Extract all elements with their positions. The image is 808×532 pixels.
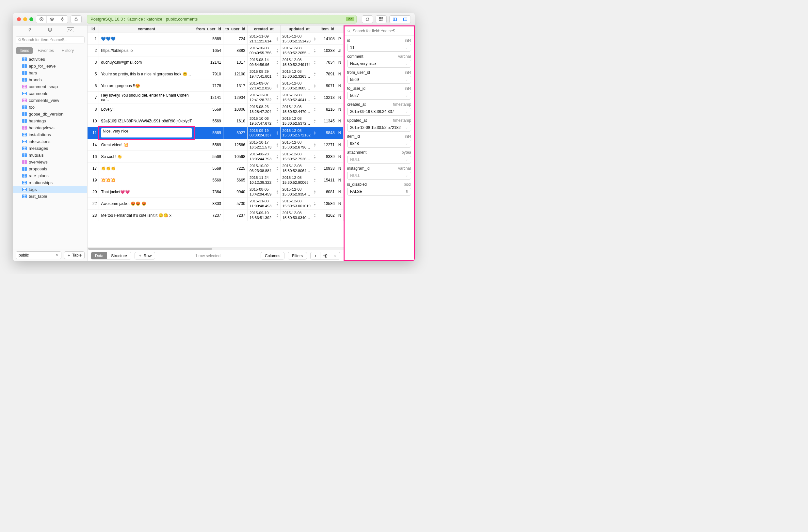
table-row[interactable]: 20That jacket💗💗736499402015-08-0513:42:0… <box>88 186 344 198</box>
data-grid[interactable]: idcommentfrom_user_idto_user_idcreated_a… <box>88 25 344 247</box>
stepper-icon[interactable]: ▴▾ <box>277 154 279 159</box>
to-user-cell[interactable]: 9940 <box>223 186 247 198</box>
field-input[interactable]: Nice, very nice⌄ <box>347 60 411 68</box>
stepper-icon[interactable]: ▴▾ <box>314 95 317 100</box>
item-id-cell[interactable]: 11345 <box>318 115 337 127</box>
horizontal-scrollbar[interactable] <box>88 247 344 250</box>
table-row[interactable]: 3duchuykun@gmail.com1214113172015-08-140… <box>88 56 344 68</box>
updated-at-cell[interactable]: 2015-12-0815:30:52.3685…▴▾ <box>280 80 318 92</box>
stepper-icon[interactable]: ▴▾ <box>314 166 317 171</box>
table-row[interactable]: 5You're so pretty, this is a nice ni gor… <box>88 68 344 80</box>
column-header-item_id[interactable]: item_id <box>318 25 337 33</box>
from-user-cell[interactable]: 1654 <box>194 45 223 56</box>
sidebar-item-messages[interactable]: messages <box>13 145 87 152</box>
tab-favorites[interactable]: Favorites <box>34 47 57 54</box>
to-user-cell[interactable]: 7225 <box>223 163 247 174</box>
comment-cell[interactable]: So cool ! 👏 <box>99 151 194 163</box>
table-row[interactable]: 7Hey lovely! You should def. enter the C… <box>88 92 344 103</box>
updated-at-cell[interactable]: 2015-12-0815:30:52.6796…▴▾ <box>280 139 318 151</box>
extra-cell[interactable]: N <box>337 163 343 174</box>
item-id-cell[interactable]: 13213 <box>318 92 337 103</box>
chevron-down-icon[interactable]: ⌄ <box>406 78 408 81</box>
id-cell[interactable]: 17 <box>88 163 99 174</box>
item-id-cell[interactable]: 6081 <box>318 186 337 198</box>
item-id-cell[interactable]: 9071 <box>318 80 337 92</box>
stepper-icon[interactable]: ▴▾ <box>314 107 317 112</box>
stepper-icon[interactable]: ▴▾ <box>277 72 279 76</box>
stepper-icon[interactable]: ▴▾ <box>277 178 279 183</box>
extra-cell[interactable]: JI <box>337 45 343 56</box>
inspector-search-input[interactable] <box>353 29 411 33</box>
to-user-cell[interactable]: 10806 <box>223 103 247 115</box>
comment-cell-editing[interactable]: Nice, very nice <box>99 127 194 139</box>
updated-at-cell[interactable]: 2015-12-0815:30:52.8064…▴▾ <box>280 163 318 174</box>
field-input[interactable]: 5027⌄ <box>347 92 411 99</box>
sidebar-item-interactions[interactable]: interactions <box>13 138 87 145</box>
structure-tab[interactable]: Structure <box>107 252 131 259</box>
stepper-icon[interactable]: ▴▾ <box>277 37 279 41</box>
sidebar-item-activities[interactable]: activities <box>13 56 87 63</box>
table-row[interactable]: 19💥💥💥556956652015-11-2410:12:39.322▴▾201… <box>88 174 344 186</box>
id-cell[interactable]: 23 <box>88 210 99 221</box>
field-input[interactable]: FALSE⇅ <box>347 188 411 195</box>
comment-cell[interactable]: Hey lovely! You should def. enter the Ch… <box>99 92 194 103</box>
created-at-cell[interactable]: 2015-09-0722:14:12.826▴▾ <box>247 80 280 92</box>
chevron-down-icon[interactable]: ⌄ <box>406 142 408 145</box>
created-at-cell[interactable]: 2015-10-0206:23:38.884▴▾ <box>247 163 280 174</box>
to-user-cell[interactable]: 1317 <box>223 56 247 68</box>
extra-cell[interactable]: N <box>337 139 343 151</box>
stepper-icon[interactable]: ▴▾ <box>314 154 317 159</box>
sidebar-item-overviews[interactable]: overviews <box>13 159 87 166</box>
columns-button[interactable]: Columns <box>261 252 284 260</box>
sidebar-item-goose_db_version[interactable]: goose_db_version <box>13 111 87 117</box>
column-header-comment[interactable]: comment <box>99 25 194 33</box>
item-id-cell[interactable]: 9262 <box>318 210 337 221</box>
inspector-search[interactable] <box>345 26 414 36</box>
item-id-cell[interactable]: 15411 <box>318 174 337 186</box>
id-cell[interactable]: 11 <box>88 127 99 139</box>
stepper-icon[interactable]: ▴▾ <box>277 213 279 218</box>
chevron-down-icon[interactable]: ⌄ <box>406 62 408 65</box>
stepper-icon[interactable]: ▴▾ <box>314 213 317 218</box>
commit-button[interactable] <box>57 16 68 23</box>
comment-cell[interactable]: Lovely!!! <box>99 103 194 115</box>
id-cell[interactable]: 19 <box>88 174 99 186</box>
updated-at-cell[interactable]: 2015-12-0815:30:52.3263…▴▾ <box>280 68 318 80</box>
to-user-cell[interactable]: 5730 <box>223 198 247 210</box>
sidebar-item-hashtags[interactable]: hashtags <box>13 117 87 125</box>
extra-cell[interactable]: N <box>337 115 343 127</box>
extra-cell[interactable]: N <box>337 127 343 139</box>
field-input[interactable]: 2015-09-19 08:38:24.337⌄ <box>347 108 411 116</box>
column-header-created_at[interactable]: created_at <box>247 25 280 33</box>
stepper-icon[interactable]: ▴▾ <box>314 119 317 124</box>
from-user-cell[interactable]: 5569 <box>194 115 223 127</box>
item-id-cell[interactable]: 7891 <box>318 68 337 80</box>
chevron-down-icon[interactable]: ⌄ <box>406 158 408 161</box>
item-id-cell[interactable]: 12271 <box>318 139 337 151</box>
table-row[interactable]: 22Awesome jacket 😍😍 😍830357302015-11-031… <box>88 198 344 210</box>
chevron-down-icon[interactable]: ⌄ <box>406 126 408 129</box>
stepper-icon[interactable]: ▴▾ <box>277 95 279 100</box>
schema-select[interactable]: public ⇅ <box>16 251 61 259</box>
from-user-cell[interactable]: 7178 <box>194 80 223 92</box>
stepper-icon[interactable]: ▴▾ <box>277 142 279 147</box>
column-header-from_user_id[interactable]: from_user_id <box>194 25 223 33</box>
id-cell[interactable]: 6 <box>88 80 99 92</box>
column-header-to_user_id[interactable]: to_user_id <box>223 25 247 33</box>
comment-cell[interactable]: You are gorgeous !!😍 <box>99 80 194 92</box>
item-id-cell[interactable]: 8216 <box>318 103 337 115</box>
grid-button[interactable] <box>376 16 386 23</box>
from-user-cell[interactable]: 5569 <box>194 139 223 151</box>
sidebar-search[interactable] <box>16 36 85 43</box>
stepper-icon[interactable]: ▴▾ <box>314 83 317 88</box>
right-panel-button[interactable] <box>400 16 410 23</box>
tab-items[interactable]: Items <box>16 47 33 54</box>
created-at-cell[interactable]: 2015-10-1716:52:11.573▴▾ <box>247 139 280 151</box>
to-user-cell[interactable]: 724 <box>223 33 247 45</box>
updated-at-cell[interactable]: 2015-12-0815:30:52.249174▴▾ <box>280 56 318 68</box>
refresh-button[interactable] <box>362 16 373 23</box>
item-id-cell[interactable]: 7034 <box>318 56 337 68</box>
created-at-cell[interactable]: 2015-09-1016:36:51.392▴▾ <box>247 210 280 221</box>
updated-at-cell[interactable]: 2015-12-0815:30:53.0340…▴▾ <box>280 210 318 221</box>
column-header-updated_at[interactable]: updated_at <box>280 25 318 33</box>
